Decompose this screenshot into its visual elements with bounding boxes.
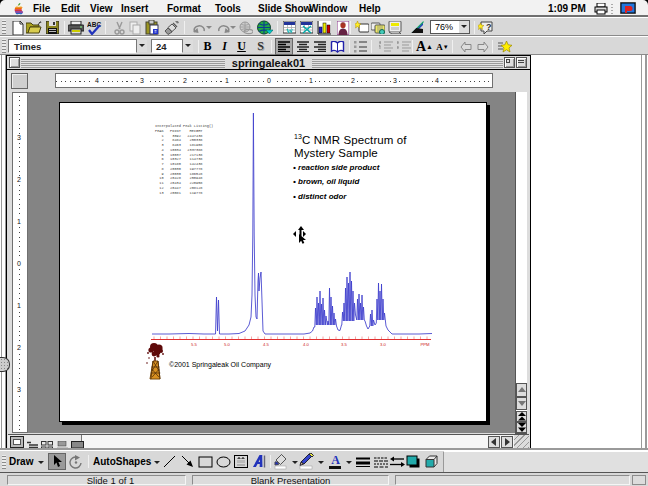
svg-text:W: W xyxy=(286,27,293,35)
svg-text:?: ? xyxy=(486,22,492,32)
svg-text:PPM: PPM xyxy=(420,342,430,347)
svg-text:5.0: 5.0 xyxy=(224,342,230,347)
svg-text:4.5: 4.5 xyxy=(263,342,269,347)
svg-text:3.5: 3.5 xyxy=(341,342,347,347)
svg-text:5.5: 5.5 xyxy=(191,342,197,347)
svg-text:4.0: 4.0 xyxy=(303,342,309,347)
svg-text:3.0: 3.0 xyxy=(380,342,386,347)
